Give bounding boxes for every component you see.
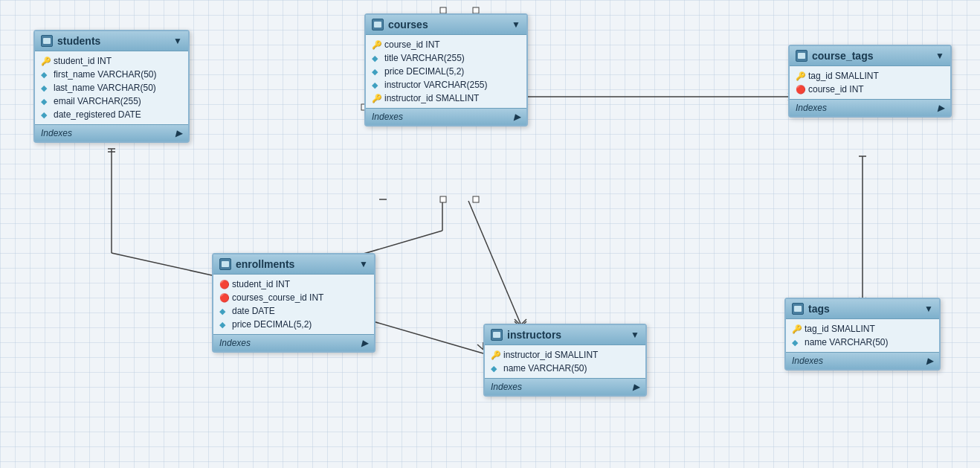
field-student-id: 🔑 student_id INT <box>35 54 188 68</box>
courses-table: courses ▼ 🔑 course_id INT ◆ title VARCHA… <box>364 13 528 126</box>
svg-rect-29 <box>440 196 446 202</box>
instructors-dropdown-icon[interactable]: ▼ <box>631 330 639 340</box>
svg-rect-31 <box>440 7 446 13</box>
students-title: students <box>57 35 169 47</box>
pk-icon: 🔑 <box>372 94 381 103</box>
field-text: price DECIMAL(5,2) <box>232 319 312 330</box>
field-course-id: 🔑 course_id INT <box>366 38 526 51</box>
indexes-label: Indexes <box>491 382 522 392</box>
col-icon: ◆ <box>41 70 50 79</box>
col-icon: ◆ <box>219 307 228 315</box>
indexes-label: Indexes <box>792 356 823 366</box>
field-text: instructor_id SMALLINT <box>384 93 479 103</box>
col-icon: ◆ <box>41 83 50 92</box>
field-text: date_registered DATE <box>54 109 141 120</box>
pk-icon: 🔑 <box>372 40 381 49</box>
courses-indexes[interactable]: Indexes ▶ <box>366 108 526 125</box>
field-text: email VARCHAR(255) <box>54 96 141 106</box>
svg-rect-30 <box>473 196 479 202</box>
course-tags-table-icon <box>796 50 807 62</box>
pk-icon: 🔑 <box>41 57 50 65</box>
instructors-fields: 🔑 instructor_id SMALLINT ◆ name VARCHAR(… <box>485 345 645 378</box>
field-text: name VARCHAR(50) <box>805 337 888 347</box>
instructors-indexes[interactable]: Indexes ▶ <box>485 378 645 395</box>
field-date-registered: ◆ date_registered DATE <box>35 108 188 121</box>
field-instructor-id: 🔑 instructor_id SMALLINT <box>366 92 526 105</box>
field-text: student_id INT <box>232 279 290 289</box>
field-text: price DECIMAL(5,2) <box>384 66 464 77</box>
field-course-id: 🔴 course_id INT <box>790 83 950 96</box>
field-text: tag_id SMALLINT <box>805 324 875 334</box>
course-tags-fields: 🔑 tag_id SMALLINT 🔴 course_id INT <box>790 66 950 99</box>
field-tag-id: 🔑 tag_id SMALLINT <box>786 322 939 336</box>
col-icon: ◆ <box>41 110 50 119</box>
indexes-label: Indexes <box>796 103 827 113</box>
instructors-table: instructors ▼ 🔑 instructor_id SMALLINT ◆… <box>483 324 647 397</box>
students-dropdown-icon[interactable]: ▼ <box>173 36 182 46</box>
courses-fields: 🔑 course_id INT ◆ title VARCHAR(255) ◆ p… <box>366 35 526 108</box>
tags-header[interactable]: tags ▼ <box>786 299 939 319</box>
enrollments-table: enrollments ▼ 🔴 student_id INT 🔴 courses… <box>212 253 375 353</box>
svg-rect-32 <box>473 7 479 13</box>
tags-title: tags <box>808 303 920 315</box>
field-text: tag_id SMALLINT <box>808 71 879 81</box>
field-text: instructor_id SMALLINT <box>503 350 598 360</box>
field-name: ◆ name VARCHAR(50) <box>485 362 645 375</box>
instructors-header[interactable]: instructors ▼ <box>485 325 645 345</box>
field-text: title VARCHAR(255) <box>384 53 465 63</box>
tags-table-icon <box>792 303 804 315</box>
field-courses-course-id: 🔴 courses_course_id INT <box>213 291 374 304</box>
indexes-arrow: ▶ <box>926 356 933 366</box>
enrollments-fields: 🔴 student_id INT 🔴 courses_course_id INT… <box>213 275 374 334</box>
indexes-arrow: ▶ <box>633 382 639 392</box>
field-text: courses_course_id INT <box>232 292 323 303</box>
field-title: ◆ title VARCHAR(255) <box>366 51 526 65</box>
field-text: student_id INT <box>54 56 112 66</box>
col-icon: ◆ <box>219 320 228 329</box>
col-icon: ◆ <box>372 67 381 76</box>
field-date: ◆ date DATE <box>213 304 374 318</box>
field-text: last_name VARCHAR(50) <box>54 83 156 93</box>
indexes-arrow: ▶ <box>938 103 944 113</box>
course-tags-title: course_tags <box>812 50 931 62</box>
course-tags-header[interactable]: course_tags ▼ <box>790 46 950 66</box>
field-text: date DATE <box>232 306 275 316</box>
col-icon: ◆ <box>372 80 381 89</box>
students-indexes[interactable]: Indexes ▶ <box>35 124 188 141</box>
field-instructor-id: 🔑 instructor_id SMALLINT <box>485 348 645 362</box>
svg-line-9 <box>468 201 520 324</box>
instructors-title: instructors <box>507 329 626 341</box>
field-name: ◆ name VARCHAR(50) <box>786 336 939 349</box>
indexes-arrow: ▶ <box>175 128 182 138</box>
svg-line-25 <box>477 344 483 350</box>
indexes-label: Indexes <box>219 338 251 348</box>
courses-header[interactable]: courses ▼ <box>366 15 526 35</box>
courses-dropdown-icon[interactable]: ▼ <box>512 19 520 30</box>
tags-indexes[interactable]: Indexes ▶ <box>786 352 939 369</box>
tags-dropdown-icon[interactable]: ▼ <box>924 304 933 314</box>
course-tags-indexes[interactable]: Indexes ▶ <box>790 99 950 116</box>
enrollments-dropdown-icon[interactable]: ▼ <box>359 259 368 269</box>
students-table-icon <box>41 35 53 47</box>
course-tags-dropdown-icon[interactable]: ▼ <box>935 51 944 61</box>
field-instructor: ◆ instructor VARCHAR(255) <box>366 78 526 92</box>
courses-table-icon <box>372 19 384 31</box>
field-tag-id: 🔑 tag_id SMALLINT <box>790 69 950 83</box>
indexes-label: Indexes <box>41 128 72 138</box>
indexes-label: Indexes <box>372 112 403 122</box>
svg-line-1 <box>112 253 212 275</box>
field-text: course_id INT <box>384 39 440 50</box>
enrollments-indexes[interactable]: Indexes ▶ <box>213 334 374 351</box>
students-header[interactable]: students ▼ <box>35 31 188 51</box>
field-price: ◆ price DECIMAL(5,2) <box>366 65 526 78</box>
col-icon: ◆ <box>372 54 381 62</box>
pk-icon: 🔑 <box>491 350 500 359</box>
fk-icon: 🔴 <box>219 293 228 302</box>
field-first-name: ◆ first_name VARCHAR(50) <box>35 68 188 81</box>
col-icon: ◆ <box>41 97 50 106</box>
enrollments-header[interactable]: enrollments ▼ <box>213 254 374 275</box>
pk-icon: 🔑 <box>796 71 805 80</box>
col-icon: ◆ <box>792 338 801 347</box>
field-text: instructor VARCHAR(255) <box>384 80 487 90</box>
field-text: first_name VARCHAR(50) <box>54 69 156 80</box>
